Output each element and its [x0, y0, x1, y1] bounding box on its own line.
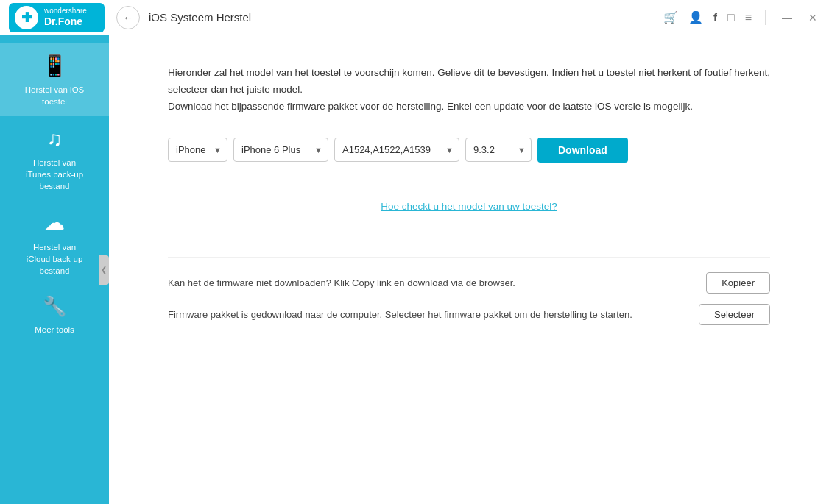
- sidebar-item-herstel-ios[interactable]: 📱 Herstel van iOStoestel: [0, 43, 109, 116]
- titlebar-icons: 🛒 👤 f □ ≡ — ✕: [663, 10, 820, 25]
- firmware-select-row: Firmware pakket is gedownload naar de co…: [168, 304, 770, 325]
- sidebar-item-herstel-icloud[interactable]: ☁ Herstel vaniCloud back-upbestand: [0, 199, 109, 284]
- close-button[interactable]: ✕: [805, 12, 820, 24]
- device-type-wrapper: iPhone iPad iPod ▼: [168, 138, 227, 162]
- identifier-wrapper: A1524,A1522,A1539 ▼: [334, 138, 459, 162]
- phone-icon: 📱: [42, 53, 68, 79]
- firmware-select-text: Firmware pakket is gedownload naar de co…: [168, 309, 688, 320]
- bottom-section: Kan het de firmware niet downloaden? Kli…: [168, 257, 770, 325]
- help-link-container: Hoe checkt u het model van uw toestel?: [168, 199, 770, 213]
- minimize-button[interactable]: —: [779, 12, 795, 24]
- logo-text: wondershare Dr.Fone: [44, 7, 87, 28]
- description-text: Hieronder zal het model van het toestel …: [168, 65, 770, 116]
- sidebar-collapse-handle[interactable]: ❮: [99, 255, 109, 285]
- sidebar: 📱 Herstel van iOStoestel ♫ Herstel vaniT…: [0, 35, 109, 504]
- main-content: Hieronder zal het model van het toestel …: [109, 35, 829, 504]
- facebook-icon[interactable]: f: [713, 11, 717, 24]
- identifier-select[interactable]: A1524,A1522,A1539: [334, 138, 459, 162]
- titlebar-divider: [765, 10, 766, 25]
- help-link[interactable]: Hoe checkt u het model van uw toestel?: [381, 201, 557, 212]
- kopieer-button[interactable]: Kopieer: [706, 272, 770, 294]
- page-title: iOS Systeem Herstel: [149, 11, 663, 24]
- back-button[interactable]: ←: [116, 6, 140, 29]
- sidebar-item-meer-tools[interactable]: 🔧 Meer tools: [0, 284, 109, 343]
- app-layout: 📱 Herstel van iOStoestel ♫ Herstel vaniT…: [0, 35, 829, 504]
- device-type-select[interactable]: iPhone iPad iPod: [168, 138, 227, 162]
- sidebar-label-herstel-icloud: Herstel vaniCloud back-upbestand: [27, 241, 83, 277]
- firmware-download-row: Kan het de firmware niet downloaden? Kli…: [168, 272, 770, 294]
- sidebar-label-meer-tools: Meer tools: [35, 324, 74, 336]
- model-wrapper: iPhone 6 Plus iPhone 6 iPhone 6S iPhone …: [233, 138, 328, 162]
- firmware-download-text: Kan het de firmware niet downloaden? Kli…: [168, 277, 696, 288]
- logo-icon: ✚: [15, 6, 38, 29]
- titlebar: ✚ wondershare Dr.Fone ← iOS Systeem Hers…: [0, 0, 829, 35]
- app-logo: ✚ wondershare Dr.Fone: [9, 3, 105, 32]
- version-select[interactable]: 9.3.2 9.3.1 9.3 9.2.1: [465, 138, 532, 162]
- music-icon: ♫: [47, 126, 63, 152]
- sidebar-label-herstel-itunes: Herstel vaniTunes back-upbestand: [26, 157, 83, 192]
- menu-icon[interactable]: ≡: [745, 11, 752, 24]
- tools-icon: 🔧: [43, 294, 66, 319]
- sidebar-item-herstel-itunes[interactable]: ♫ Herstel vaniTunes back-upbestand: [0, 116, 109, 200]
- cloud-icon: ☁: [44, 210, 65, 236]
- version-wrapper: 9.3.2 9.3.1 9.3 9.2.1 ▼: [465, 138, 532, 162]
- account-icon[interactable]: 👤: [688, 10, 703, 24]
- chat-icon[interactable]: □: [727, 11, 735, 24]
- cart-icon[interactable]: 🛒: [663, 10, 678, 24]
- selects-row: iPhone iPad iPod ▼ iPhone 6 Plus iPhone …: [168, 138, 770, 163]
- model-select[interactable]: iPhone 6 Plus iPhone 6 iPhone 6S iPhone …: [233, 138, 328, 162]
- download-button[interactable]: Download: [537, 138, 628, 163]
- selecteer-button[interactable]: Selecteer: [699, 304, 770, 325]
- sidebar-label-herstel-ios: Herstel van iOStoestel: [25, 84, 85, 107]
